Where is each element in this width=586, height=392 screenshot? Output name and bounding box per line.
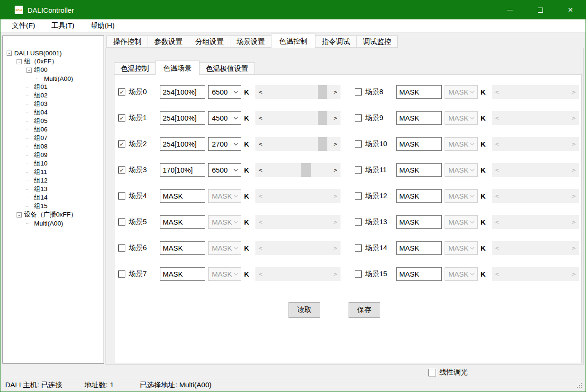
- scroll-left-icon[interactable]: <: [259, 114, 262, 122]
- tab-调试监控[interactable]: 调试监控: [356, 35, 398, 48]
- scene-level-input[interactable]: [160, 85, 205, 99]
- tab-操作控制[interactable]: 操作控制: [106, 35, 148, 48]
- read-button[interactable]: 读取: [289, 302, 320, 318]
- subtab-色温极值设置[interactable]: 色温极值设置: [199, 62, 255, 75]
- subtab-色温场景[interactable]: 色温场景: [155, 61, 200, 75]
- tree-item[interactable]: 组14: [3, 193, 104, 202]
- scene-enable-checkbox[interactable]: 场景15: [355, 270, 396, 279]
- tree-item[interactable]: 组10: [3, 159, 104, 168]
- scroll-right-icon[interactable]: >: [333, 166, 337, 174]
- scene-temp-scrollbar[interactable]: <>: [255, 137, 341, 151]
- tab-指令调试[interactable]: 指令调试: [315, 35, 357, 48]
- scene-enable-checkbox[interactable]: 场景10: [355, 139, 396, 148]
- subtab-色温控制[interactable]: 色温控制: [114, 62, 156, 75]
- scene-enable-checkbox[interactable]: ✓场景3: [118, 166, 160, 174]
- scene-temp-scrollbar[interactable]: <>: [255, 111, 341, 125]
- scene-temp-scrollbar[interactable]: <>: [255, 85, 341, 99]
- tab-分组设置[interactable]: 分组设置: [189, 35, 230, 48]
- scene-level-input[interactable]: [396, 189, 442, 203]
- scene-row: 场景10MASKK<>: [355, 137, 579, 151]
- menu-item[interactable]: 工具(T): [51, 21, 74, 30]
- tab-参数设置[interactable]: 参数设置: [148, 35, 189, 48]
- scroll-right-icon[interactable]: >: [333, 88, 337, 96]
- menu-item[interactable]: 文件(F): [12, 21, 35, 30]
- scene-level-input[interactable]: [396, 85, 442, 99]
- scene-level-input[interactable]: [396, 241, 442, 255]
- save-button[interactable]: 保存: [349, 302, 380, 318]
- tree-item[interactable]: 组12: [3, 176, 104, 185]
- tab-色温控制[interactable]: 色温控制: [271, 34, 315, 48]
- scene-level-input[interactable]: [160, 267, 205, 281]
- scene-level-input[interactable]: [160, 137, 205, 151]
- scene-temp-scrollbar[interactable]: <>: [255, 163, 341, 177]
- scrollbar-thumb[interactable]: [318, 137, 327, 151]
- scene-level-input[interactable]: [160, 111, 205, 125]
- tree-item[interactable]: 组04: [3, 108, 104, 117]
- tree-item[interactable]: 组01: [3, 83, 104, 91]
- tree-collapse-icon[interactable]: -: [26, 68, 32, 73]
- tree-collapse-icon[interactable]: -: [17, 212, 22, 218]
- tree-item[interactable]: 组08: [3, 142, 104, 151]
- scroll-right-icon[interactable]: >: [333, 114, 337, 122]
- scrollbar-thumb[interactable]: [318, 111, 327, 125]
- tree-item[interactable]: 组11: [3, 168, 104, 176]
- tree-item[interactable]: Multi(A00): [3, 74, 104, 83]
- scrollbar-thumb[interactable]: [318, 85, 327, 99]
- tree-item[interactable]: 组07: [3, 134, 104, 142]
- tree-item[interactable]: 组13: [3, 185, 104, 193]
- tree-item[interactable]: 组15: [3, 202, 104, 210]
- scene-temp-dropdown[interactable]: 2700: [208, 137, 241, 151]
- scene-level-input[interactable]: [160, 215, 205, 229]
- scene-enable-checkbox[interactable]: ✓场景1: [118, 113, 160, 122]
- scene-level-input[interactable]: [396, 137, 442, 151]
- tree-item-label: 组11: [34, 168, 47, 176]
- scene-enable-checkbox[interactable]: 场景12: [355, 192, 396, 200]
- scene-enable-checkbox[interactable]: ✓场景0: [118, 87, 160, 96]
- scroll-left-icon[interactable]: <: [259, 166, 262, 174]
- scroll-right-icon[interactable]: >: [333, 140, 337, 148]
- tree-item[interactable]: -设备（广播0xFF）: [3, 210, 104, 219]
- maximize-button[interactable]: [525, 0, 555, 19]
- scene-enable-checkbox[interactable]: 场景7: [118, 270, 160, 279]
- sub-tab-strip: 色温控制色温场景色温极值设置: [114, 61, 254, 75]
- scroll-left-icon[interactable]: <: [259, 140, 262, 148]
- tree-item[interactable]: 组09: [3, 151, 104, 159]
- scene-enable-checkbox[interactable]: 场景8: [355, 87, 396, 96]
- tree-item[interactable]: -组00: [3, 66, 104, 74]
- menu-item[interactable]: 帮助(H): [90, 21, 114, 30]
- scene-temp-dropdown[interactable]: 6500: [208, 163, 241, 177]
- close-button[interactable]: ✕: [555, 0, 586, 19]
- scene-temp-dropdown[interactable]: 6500: [208, 85, 241, 99]
- tree-collapse-icon[interactable]: -: [7, 51, 12, 56]
- scene-enable-checkbox[interactable]: 场景6: [118, 244, 160, 253]
- tree-item[interactable]: 组05: [3, 117, 104, 125]
- tree-collapse-icon[interactable]: -: [17, 59, 22, 64]
- scene-enable-checkbox[interactable]: 场景14: [355, 244, 396, 253]
- scene-enable-checkbox[interactable]: 场景4: [118, 192, 160, 200]
- minimize-button[interactable]: [495, 0, 525, 19]
- resize-grip[interactable]: [577, 383, 583, 389]
- scene-level-input[interactable]: [396, 163, 442, 177]
- tab-场景设置[interactable]: 场景设置: [230, 35, 271, 48]
- scene-level-input[interactable]: [396, 215, 442, 229]
- scene-level-input[interactable]: [160, 163, 205, 177]
- scene-level-input[interactable]: [396, 111, 442, 125]
- linear-dimming-checkbox[interactable]: 线性调光: [429, 368, 468, 377]
- tree-item[interactable]: -组（0xFF）: [3, 57, 104, 66]
- scene-level-input[interactable]: [396, 267, 442, 281]
- scene-temp-dropdown[interactable]: 4500: [208, 111, 241, 125]
- scene-enable-checkbox[interactable]: 场景13: [355, 218, 396, 226]
- scene-level-input[interactable]: [160, 189, 205, 203]
- scene-enable-checkbox[interactable]: 场景5: [118, 218, 160, 226]
- tree-item[interactable]: 组06: [3, 125, 104, 134]
- tree-item[interactable]: Multi(A00): [3, 219, 104, 227]
- scene-level-input[interactable]: [160, 241, 205, 255]
- scene-enable-checkbox[interactable]: 场景9: [355, 113, 396, 122]
- tree-item[interactable]: 组03: [3, 100, 104, 108]
- tree-item[interactable]: 组02: [3, 91, 104, 100]
- scene-enable-checkbox[interactable]: ✓场景2: [118, 139, 160, 148]
- tree-item[interactable]: -DALI USB(0001): [3, 49, 104, 57]
- scroll-left-icon[interactable]: <: [259, 88, 262, 96]
- scene-enable-checkbox[interactable]: 场景11: [355, 166, 396, 174]
- scrollbar-thumb[interactable]: [301, 163, 311, 177]
